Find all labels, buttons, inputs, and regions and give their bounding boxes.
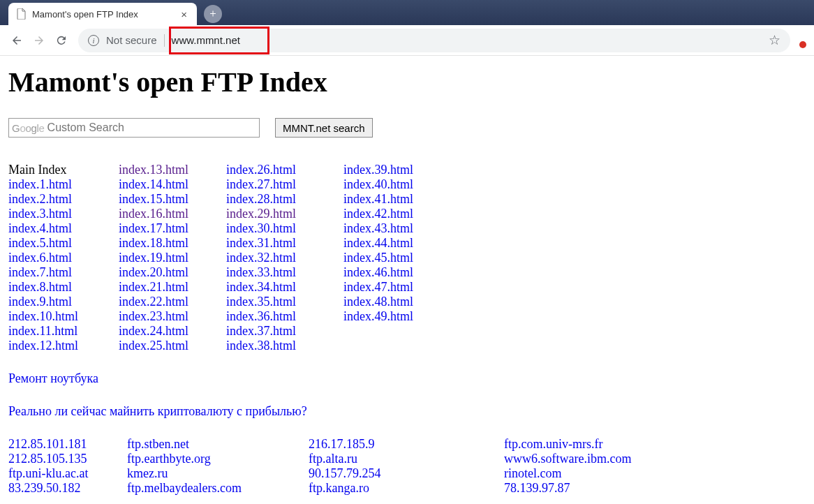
page-content: Mamont's open FTP Index Google MMNT.net … (0, 56, 814, 504)
ftp-link[interactable]: kmez.ru (127, 466, 309, 481)
index-link[interactable]: index.35.html (226, 295, 343, 309)
index-link[interactable]: index.25.html (119, 339, 226, 353)
ftp-link[interactable]: 83.239.50.182 (8, 481, 127, 496)
index-link[interactable]: index.4.html (8, 221, 119, 236)
search-button[interactable]: MMNT.net search (275, 118, 373, 138)
index-link[interactable]: index.49.html (343, 309, 461, 324)
google-logo: Google (12, 122, 45, 134)
index-link[interactable]: index.33.html (226, 265, 343, 280)
search-input[interactable] (47, 121, 259, 134)
ftp-link[interactable]: ftp.kanga.ro (309, 481, 504, 496)
url-text: www.mmnt.net (172, 34, 240, 46)
address-bar[interactable]: i Not secure www.mmnt.net ☆ (78, 29, 790, 52)
index-link[interactable]: index.30.html (226, 221, 343, 236)
index-link[interactable]: index.18.html (119, 236, 226, 251)
index-link[interactable]: index.20.html (119, 265, 226, 280)
index-link[interactable]: index.22.html (119, 295, 226, 309)
ftp-link[interactable]: 216.17.185.9 (309, 437, 504, 452)
new-tab-button[interactable]: + (204, 5, 222, 23)
index-link[interactable]: index.15.html (119, 192, 226, 207)
index-link[interactable]: index.40.html (343, 177, 461, 192)
ftp-link[interactable]: www6.software.ibm.com (504, 452, 713, 466)
info-icon[interactable]: i (88, 35, 99, 46)
index-link[interactable]: index.9.html (8, 295, 119, 309)
index-link[interactable]: index.45.html (343, 251, 461, 265)
ftp-link[interactable]: 212.85.101.181 (8, 437, 127, 452)
index-link[interactable]: index.34.html (226, 280, 343, 295)
text-link-2[interactable]: Реально ли сейчас майнить криптовалюту с… (8, 404, 307, 419)
ftp-link[interactable]: 212.85.105.135 (8, 452, 127, 466)
back-button[interactable] (6, 29, 28, 52)
index-link[interactable]: index.38.html (226, 339, 343, 353)
index-grid: Main Indexindex.1.htmlindex.2.htmlindex.… (8, 163, 806, 353)
search-row: Google MMNT.net search (8, 118, 806, 138)
ftp-link[interactable]: ftp.uni-klu.ac.at (8, 466, 127, 481)
index-link[interactable]: index.7.html (8, 265, 119, 280)
security-status: Not secure (106, 34, 157, 46)
index-link[interactable]: index.46.html (343, 265, 461, 280)
separator (164, 34, 165, 47)
browser-toolbar: i Not secure www.mmnt.net ☆ (0, 25, 814, 56)
index-link[interactable]: index.13.html (119, 163, 226, 177)
index-link[interactable]: index.27.html (226, 177, 343, 192)
index-link[interactable]: index.3.html (8, 207, 119, 221)
ftp-link[interactable]: 78.139.97.87 (504, 481, 713, 496)
index-link[interactable]: index.42.html (343, 207, 461, 221)
forward-button[interactable] (28, 29, 50, 52)
ftp-link[interactable]: rinotel.com (504, 466, 713, 481)
index-link[interactable]: index.47.html (343, 280, 461, 295)
index-link[interactable]: index.12.html (8, 339, 119, 353)
index-link[interactable]: index.2.html (8, 192, 119, 207)
index-main-label: Main Index (8, 163, 119, 177)
index-link[interactable]: index.39.html (343, 163, 461, 177)
index-link[interactable]: index.41.html (343, 192, 461, 207)
index-link[interactable]: index.26.html (226, 163, 343, 177)
index-link[interactable]: index.29.html (226, 207, 343, 221)
tab-title: Mamont's open FTP Index (32, 9, 138, 20)
index-link[interactable]: index.32.html (226, 251, 343, 265)
browser-tabstrip: Mamont's open FTP Index × + (0, 0, 814, 25)
reload-button[interactable] (50, 29, 73, 52)
ftp-link[interactable]: ftp.alta.ru (309, 452, 504, 466)
index-link[interactable]: index.16.html (119, 207, 226, 221)
index-link[interactable]: index.37.html (226, 324, 343, 339)
index-link[interactable]: index.48.html (343, 295, 461, 309)
page-heading: Mamont's open FTP Index (8, 66, 806, 98)
index-link[interactable]: index.43.html (343, 221, 461, 236)
index-link[interactable]: index.19.html (119, 251, 226, 265)
index-link[interactable]: index.36.html (226, 309, 343, 324)
index-link[interactable]: index.6.html (8, 251, 119, 265)
close-tab-icon[interactable]: × (178, 8, 190, 20)
index-link[interactable]: index.44.html (343, 236, 461, 251)
index-link[interactable]: index.10.html (8, 309, 119, 324)
index-link[interactable]: index.11.html (8, 324, 119, 339)
index-link[interactable]: index.24.html (119, 324, 226, 339)
bookmark-star-icon[interactable]: ☆ (769, 32, 780, 48)
index-link[interactable]: index.5.html (8, 236, 119, 251)
ftp-link[interactable]: ftp.com.univ-mrs.fr (504, 437, 713, 452)
browser-tab[interactable]: Mamont's open FTP Index × (8, 3, 197, 25)
extension-icon[interactable] (794, 37, 808, 44)
ftp-link[interactable]: ftp.earthbyte.org (127, 452, 309, 466)
ftp-link[interactable]: ftp.stben.net (127, 437, 309, 452)
index-link[interactable]: index.21.html (119, 280, 226, 295)
ftp-link[interactable]: ftp.melbaydealers.com (127, 481, 309, 496)
index-link[interactable]: index.31.html (226, 236, 343, 251)
ftp-link[interactable]: 90.157.79.254 (309, 466, 504, 481)
file-icon (17, 8, 27, 20)
index-link[interactable]: index.1.html (8, 177, 119, 192)
index-link[interactable]: index.23.html (119, 309, 226, 324)
search-box[interactable]: Google (8, 118, 260, 138)
index-link[interactable]: index.28.html (226, 192, 343, 207)
index-link[interactable]: index.8.html (8, 280, 119, 295)
text-link-1[interactable]: Ремонт ноутбука (8, 371, 98, 386)
index-link[interactable]: index.17.html (119, 221, 226, 236)
index-link[interactable]: index.14.html (119, 177, 226, 192)
ftp-grid: 212.85.101.181212.85.105.135ftp.uni-klu.… (8, 437, 806, 496)
